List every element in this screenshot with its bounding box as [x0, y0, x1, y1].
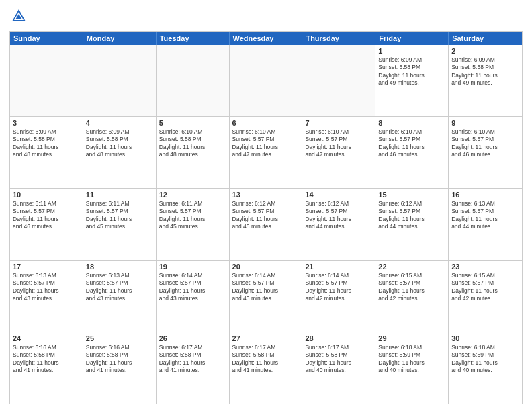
weekday-header: Wednesday	[230, 32, 303, 45]
day-number: 23	[451, 263, 519, 271]
weekday-header: Sunday	[10, 32, 83, 45]
day-info: Sunrise: 6:17 AM Sunset: 5:58 PM Dayligh…	[305, 344, 372, 375]
day-info: Sunrise: 6:15 AM Sunset: 5:57 PM Dayligh…	[378, 272, 445, 303]
day-info: Sunrise: 6:18 AM Sunset: 5:59 PM Dayligh…	[451, 344, 519, 375]
day-number: 5	[159, 119, 226, 127]
day-number: 17	[13, 263, 80, 271]
day-info: Sunrise: 6:10 AM Sunset: 5:58 PM Dayligh…	[159, 128, 226, 159]
calendar-cell: 4Sunrise: 6:09 AM Sunset: 5:58 PM Daylig…	[83, 117, 157, 188]
day-number: 27	[232, 334, 300, 342]
calendar-cell: 12Sunrise: 6:11 AM Sunset: 5:57 PM Dayli…	[157, 189, 230, 260]
calendar-cell: 21Sunrise: 6:14 AM Sunset: 5:57 PM Dayli…	[302, 261, 375, 332]
calendar-cell: 20Sunrise: 6:14 AM Sunset: 5:57 PM Dayli…	[230, 261, 303, 332]
calendar-row: 24Sunrise: 6:16 AM Sunset: 5:58 PM Dayli…	[10, 332, 522, 404]
day-number: 11	[86, 191, 153, 199]
calendar-cell: 10Sunrise: 6:11 AM Sunset: 5:57 PM Dayli…	[10, 189, 83, 260]
calendar-cell: 26Sunrise: 6:17 AM Sunset: 5:58 PM Dayli…	[157, 332, 230, 404]
day-number: 1	[378, 47, 445, 55]
day-number: 8	[378, 119, 445, 127]
day-number: 12	[159, 191, 226, 199]
weekday-header: Saturday	[449, 32, 522, 45]
day-number: 22	[378, 263, 445, 271]
calendar-cell: 3Sunrise: 6:09 AM Sunset: 5:58 PM Daylig…	[10, 117, 83, 188]
day-number: 26	[159, 334, 226, 342]
calendar-cell: 22Sunrise: 6:15 AM Sunset: 5:57 PM Dayli…	[375, 261, 449, 332]
day-number: 16	[451, 191, 519, 199]
day-info: Sunrise: 6:12 AM Sunset: 5:57 PM Dayligh…	[378, 200, 445, 231]
day-info: Sunrise: 6:16 AM Sunset: 5:58 PM Dayligh…	[13, 344, 80, 375]
day-info: Sunrise: 6:09 AM Sunset: 5:58 PM Dayligh…	[378, 56, 445, 87]
day-info: Sunrise: 6:14 AM Sunset: 5:57 PM Dayligh…	[232, 272, 300, 303]
calendar-cell: 24Sunrise: 6:16 AM Sunset: 5:58 PM Dayli…	[10, 332, 83, 404]
day-number: 9	[451, 119, 519, 127]
weekday-header: Tuesday	[157, 32, 230, 45]
calendar-cell: 27Sunrise: 6:17 AM Sunset: 5:58 PM Dayli…	[230, 332, 303, 404]
page: SundayMondayTuesdayWednesdayThursdayFrid…	[0, 0, 532, 411]
day-info: Sunrise: 6:11 AM Sunset: 5:57 PM Dayligh…	[86, 200, 153, 231]
day-info: Sunrise: 6:13 AM Sunset: 5:57 PM Dayligh…	[86, 272, 153, 303]
calendar-cell: 2Sunrise: 6:09 AM Sunset: 5:58 PM Daylig…	[449, 45, 522, 116]
calendar-cell: 9Sunrise: 6:10 AM Sunset: 5:57 PM Daylig…	[449, 117, 522, 188]
calendar-row: 10Sunrise: 6:11 AM Sunset: 5:57 PM Dayli…	[10, 188, 522, 260]
day-info: Sunrise: 6:10 AM Sunset: 5:57 PM Dayligh…	[378, 128, 445, 159]
calendar-cell: 1Sunrise: 6:09 AM Sunset: 5:58 PM Daylig…	[375, 45, 449, 116]
day-number: 21	[305, 263, 372, 271]
weekday-header: Monday	[83, 32, 157, 45]
weekday-header: Friday	[375, 32, 449, 45]
calendar-cell: 13Sunrise: 6:12 AM Sunset: 5:57 PM Dayli…	[230, 189, 303, 260]
day-number: 19	[159, 263, 226, 271]
calendar-cell: 6Sunrise: 6:10 AM Sunset: 5:57 PM Daylig…	[230, 117, 303, 188]
calendar-cell: 15Sunrise: 6:12 AM Sunset: 5:57 PM Dayli…	[375, 189, 449, 260]
day-info: Sunrise: 6:11 AM Sunset: 5:57 PM Dayligh…	[159, 200, 226, 231]
logo	[9, 7, 31, 26]
day-info: Sunrise: 6:15 AM Sunset: 5:57 PM Dayligh…	[451, 272, 519, 303]
day-info: Sunrise: 6:12 AM Sunset: 5:57 PM Dayligh…	[305, 200, 372, 231]
day-number: 2	[451, 47, 519, 55]
day-number: 3	[13, 119, 80, 127]
calendar-cell	[83, 45, 157, 116]
day-number: 24	[13, 334, 80, 342]
calendar-row: 17Sunrise: 6:13 AM Sunset: 5:57 PM Dayli…	[10, 260, 522, 332]
calendar-header: SundayMondayTuesdayWednesdayThursdayFrid…	[10, 32, 522, 45]
day-info: Sunrise: 6:14 AM Sunset: 5:57 PM Dayligh…	[305, 272, 372, 303]
day-number: 15	[378, 191, 445, 199]
calendar-cell: 23Sunrise: 6:15 AM Sunset: 5:57 PM Dayli…	[449, 261, 522, 332]
calendar-row: 1Sunrise: 6:09 AM Sunset: 5:58 PM Daylig…	[10, 45, 522, 116]
day-number: 28	[305, 334, 372, 342]
day-info: Sunrise: 6:16 AM Sunset: 5:58 PM Dayligh…	[86, 344, 153, 375]
calendar-cell	[302, 45, 375, 116]
calendar-cell: 5Sunrise: 6:10 AM Sunset: 5:58 PM Daylig…	[157, 117, 230, 188]
day-number: 4	[86, 119, 153, 127]
calendar-cell	[230, 45, 303, 116]
calendar-cell: 29Sunrise: 6:18 AM Sunset: 5:59 PM Dayli…	[375, 332, 449, 404]
day-info: Sunrise: 6:10 AM Sunset: 5:57 PM Dayligh…	[305, 128, 372, 159]
day-info: Sunrise: 6:12 AM Sunset: 5:57 PM Dayligh…	[232, 200, 300, 231]
header	[9, 7, 523, 26]
day-info: Sunrise: 6:14 AM Sunset: 5:57 PM Dayligh…	[159, 272, 226, 303]
day-info: Sunrise: 6:09 AM Sunset: 5:58 PM Dayligh…	[451, 56, 519, 87]
calendar: SundayMondayTuesdayWednesdayThursdayFrid…	[9, 31, 523, 404]
calendar-cell: 11Sunrise: 6:11 AM Sunset: 5:57 PM Dayli…	[83, 189, 157, 260]
day-info: Sunrise: 6:10 AM Sunset: 5:57 PM Dayligh…	[451, 128, 519, 159]
day-number: 13	[232, 191, 300, 199]
day-number: 7	[305, 119, 372, 127]
calendar-cell: 28Sunrise: 6:17 AM Sunset: 5:58 PM Dayli…	[302, 332, 375, 404]
day-info: Sunrise: 6:09 AM Sunset: 5:58 PM Dayligh…	[86, 128, 153, 159]
day-number: 29	[378, 334, 445, 342]
calendar-cell: 8Sunrise: 6:10 AM Sunset: 5:57 PM Daylig…	[375, 117, 449, 188]
day-number: 30	[451, 334, 519, 342]
day-info: Sunrise: 6:09 AM Sunset: 5:58 PM Dayligh…	[13, 128, 80, 159]
logo-icon	[9, 7, 28, 26]
day-info: Sunrise: 6:17 AM Sunset: 5:58 PM Dayligh…	[159, 344, 226, 375]
calendar-cell	[10, 45, 83, 116]
calendar-cell: 16Sunrise: 6:13 AM Sunset: 5:57 PM Dayli…	[449, 189, 522, 260]
calendar-cell: 18Sunrise: 6:13 AM Sunset: 5:57 PM Dayli…	[83, 261, 157, 332]
calendar-body: 1Sunrise: 6:09 AM Sunset: 5:58 PM Daylig…	[10, 45, 522, 404]
day-number: 25	[86, 334, 153, 342]
day-info: Sunrise: 6:13 AM Sunset: 5:57 PM Dayligh…	[13, 272, 80, 303]
calendar-cell: 14Sunrise: 6:12 AM Sunset: 5:57 PM Dayli…	[302, 189, 375, 260]
day-info: Sunrise: 6:11 AM Sunset: 5:57 PM Dayligh…	[13, 200, 80, 231]
day-info: Sunrise: 6:18 AM Sunset: 5:59 PM Dayligh…	[378, 344, 445, 375]
calendar-cell: 7Sunrise: 6:10 AM Sunset: 5:57 PM Daylig…	[302, 117, 375, 188]
day-number: 20	[232, 263, 300, 271]
